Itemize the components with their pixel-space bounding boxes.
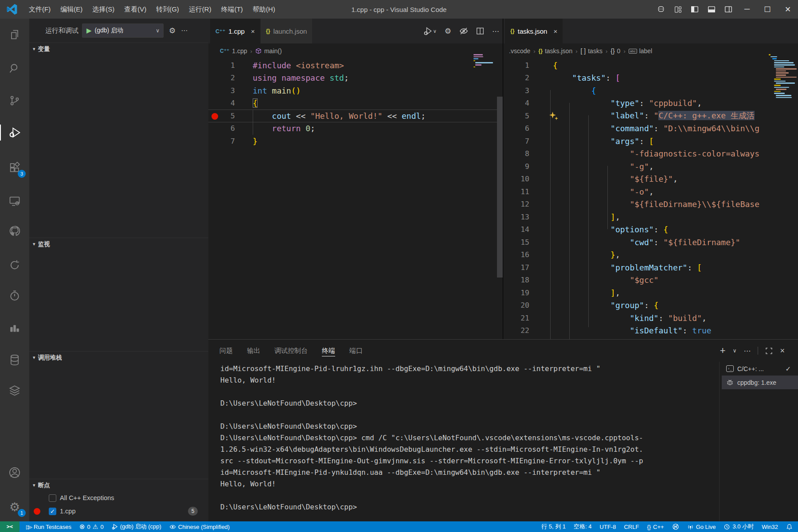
code-line[interactable]: 4{ <box>208 97 503 110</box>
close-tab-icon[interactable]: × <box>553 27 557 35</box>
time-tracker[interactable]: 3.0 小时 <box>720 521 758 532</box>
debug-config-dropdown[interactable]: ▶ (gdb) 启动 ∨ <box>82 23 164 38</box>
eol-sequence[interactable]: CRLF <box>620 521 643 532</box>
maximize-panel-icon[interactable] <box>765 347 773 355</box>
scrollbar[interactable] <box>497 97 503 278</box>
database-icon[interactable] <box>0 348 29 372</box>
github-icon[interactable] <box>0 219 29 243</box>
panel-tab[interactable]: 端口 <box>349 340 363 362</box>
encoding[interactable]: UTF-8 <box>596 521 620 532</box>
terminal-item-cppdbg[interactable]: cppdbg: 1.exe <box>722 376 798 389</box>
code-line[interactable]: 5 "label": "C/C++: g++.exe 生成活 <box>504 110 798 122</box>
panel-tab[interactable]: 问题 <box>219 340 233 362</box>
code-line[interactable]: 5 cout << "Hello, World!" << endl; <box>208 110 503 122</box>
debug-status[interactable]: (gdb) 启动 (cpp) <box>108 521 165 532</box>
code-line[interactable]: 9 "-g", <box>504 160 798 173</box>
code-line[interactable]: 10 "${file}", <box>504 173 798 186</box>
debug-settings-gear-icon[interactable]: ⚙ <box>169 26 176 35</box>
layout-customize-icon[interactable] <box>669 0 686 19</box>
menu-item[interactable]: 终端(T) <box>216 0 248 19</box>
close-tab-icon[interactable]: × <box>251 27 255 35</box>
code-line[interactable]: 20 "group": { <box>504 299 798 312</box>
panel-tab[interactable]: 调试控制台 <box>274 340 308 362</box>
eye-slash-icon[interactable] <box>459 27 468 35</box>
code-line[interactable]: 3int main() <box>208 84 503 97</box>
variables-header[interactable]: ▾ 变量 <box>29 43 208 55</box>
code-line[interactable]: 1{ <box>504 59 798 72</box>
go-live-button[interactable]: Go Live <box>683 521 720 532</box>
code-line[interactable]: 19 ], <box>504 286 798 299</box>
toggle-secondary-sidebar-icon[interactable] <box>720 0 737 19</box>
menu-item[interactable]: 编辑(E) <box>55 0 87 19</box>
toggle-panel-icon[interactable] <box>703 0 720 19</box>
code-line[interactable]: 2 "tasks": [ <box>504 72 798 85</box>
watch-header[interactable]: ▾ 监视 <box>29 238 208 250</box>
sidebar-more-actions-icon[interactable]: ⋯ <box>181 27 188 35</box>
breadcrumb[interactable]: C⁺⁺ 1.cpp › main() <box>208 43 503 59</box>
circular-arrow-icon[interactable] <box>0 254 29 277</box>
close-button[interactable]: ✕ <box>778 0 798 19</box>
breakpoint-row-exceptions[interactable]: All C++ Exceptions <box>29 491 208 505</box>
cursor-position[interactable]: 行 5, 列 1 <box>537 521 570 532</box>
search-icon[interactable] <box>0 57 29 80</box>
menu-item[interactable]: 文件(F) <box>24 0 55 19</box>
code-line[interactable]: 3 { <box>504 84 798 97</box>
code-line[interactable]: 14 "options": { <box>504 223 798 236</box>
start-debug-icon[interactable]: ▶ <box>86 27 92 35</box>
copilot-status-icon[interactable] <box>668 521 683 532</box>
code-line[interactable]: 15 "cwd": "${fileDirname}" <box>504 236 798 249</box>
breakpoints-header[interactable]: ▾ 断点 <box>29 479 208 491</box>
code-line[interactable]: 1#include <iostream> <box>208 59 503 72</box>
code-line[interactable]: 18 "$gcc" <box>504 274 798 287</box>
minimize-button[interactable]: ─ <box>737 0 757 19</box>
code-editor-1cpp[interactable]: 1#include <iostream>2using namespace std… <box>208 59 503 339</box>
code-line[interactable]: 8 "-fdiagnostics-color=always <box>504 148 798 160</box>
code-line[interactable]: 12 "${fileDirname}\\${fileBase <box>504 198 798 211</box>
breakpoint-dot[interactable] <box>211 113 218 120</box>
code-line[interactable]: 13 ], <box>504 211 798 223</box>
checkbox-checked[interactable]: ✓ <box>49 508 56 515</box>
tab-tasksjson[interactable]: {} tasks.json × <box>505 19 563 43</box>
menu-item[interactable]: 转到(G) <box>151 0 184 19</box>
code-line[interactable]: 7} <box>208 135 503 148</box>
panel-more-actions-icon[interactable]: ⋯ <box>743 347 751 355</box>
source-control-icon[interactable] <box>0 89 29 112</box>
indentation[interactable]: 空格: 4 <box>570 521 595 532</box>
language-indicator[interactable]: Chinese (Simplified) <box>165 521 234 532</box>
menu-item[interactable]: 帮助(H) <box>248 0 280 19</box>
timer-icon[interactable] <box>0 284 29 307</box>
tab-launchjson[interactable]: {} launch.json <box>261 19 313 43</box>
copilot-sparkle-icon[interactable] <box>549 111 559 120</box>
run-testcases-button[interactable]: ▷▷ Run Testcases <box>22 521 75 532</box>
maximize-button[interactable]: ☐ <box>757 0 778 19</box>
code-line[interactable]: 11 "-o", <box>504 185 798 198</box>
remote-explorer-icon[interactable] <box>0 190 29 213</box>
code-line[interactable]: 17 "problemMatcher": [ <box>504 261 798 274</box>
run-debug-button[interactable]: ∨ <box>423 27 437 35</box>
call-stack-header[interactable]: ▾ 调用堆栈 <box>29 352 208 364</box>
terminal-profile-chevron-icon[interactable]: ∨ <box>733 348 737 354</box>
menu-item[interactable]: 选择(S) <box>87 0 119 19</box>
close-panel-icon[interactable]: × <box>780 346 785 356</box>
bar-chart-icon[interactable] <box>0 317 29 340</box>
code-line[interactable]: 4 "type": "cppbuild", <box>504 97 798 110</box>
code-line[interactable]: 2using namespace std; <box>208 72 503 85</box>
settings-gear-icon[interactable]: ⚙ 1 <box>0 496 29 519</box>
language-mode[interactable]: {} C++ <box>643 521 668 532</box>
code-line[interactable]: 16 }, <box>504 249 798 262</box>
split-editor-icon[interactable] <box>476 27 484 35</box>
remote-indicator[interactable]: >< <box>0 521 20 532</box>
terminal-item-task[interactable]: ›_ C/C++: ... ✓ <box>722 362 798 376</box>
menu-item[interactable]: 查看(V) <box>119 0 151 19</box>
breakpoint-row-file[interactable]: ✓ 1.cpp 5 <box>29 505 208 518</box>
menu-item[interactable]: 运行(R) <box>184 0 216 19</box>
layers-icon[interactable] <box>0 379 29 402</box>
panel-tab[interactable]: 输出 <box>247 340 260 362</box>
panel-tab[interactable]: 终端 <box>322 340 335 362</box>
breadcrumb[interactable]: .vscode › {} tasks.json › [ ] tasks › {}… <box>504 43 798 59</box>
code-editor-tasksjson[interactable]: 1{2 "tasks": [3 {4 "type": "cppbuild",5 … <box>504 59 798 339</box>
terminal-output[interactable]: id=Microsoft-MIEngine-Pid-lruhr1gz.ihn -… <box>220 363 717 520</box>
explorer-icon[interactable] <box>0 23 29 46</box>
configure-gear-icon[interactable]: ⚙ <box>445 27 451 36</box>
os-indicator[interactable]: Win32 <box>758 521 782 532</box>
